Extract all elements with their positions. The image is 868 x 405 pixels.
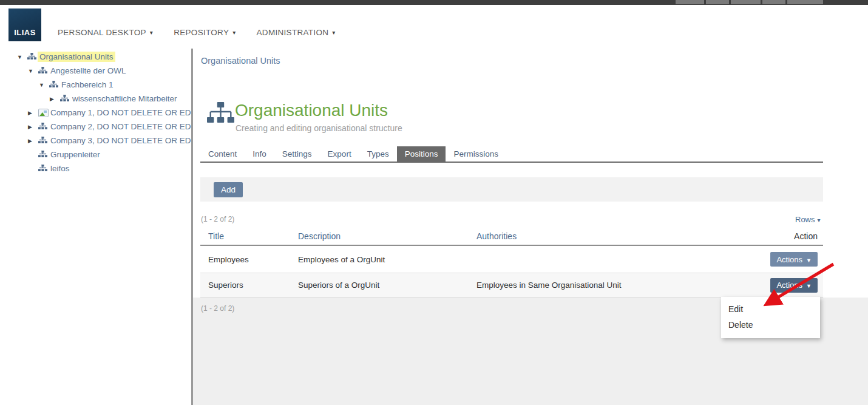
tab-info[interactable]: Info [245, 146, 274, 162]
collapse-icon[interactable]: ▼ [39, 82, 49, 88]
expand-icon[interactable]: ▶ [28, 138, 38, 144]
column-header-title[interactable]: Title [200, 231, 298, 241]
cell-action: Actions▼ [714, 278, 823, 293]
menu-item-label: PERSONAL DESKTOP [58, 28, 146, 37]
cell-action: Actions▼ [714, 252, 823, 267]
tree-item[interactable]: ▶Company 2, DO NOT DELETE OR EDIT!!! [0, 120, 191, 134]
ilias-admin-page: ILIAS PERSONAL DESKTOP▾REPOSITORY▾ADMINI… [0, 0, 868, 405]
actions-dropdown-menu: EditDelete [721, 297, 820, 338]
tree-item[interactable]: ▶Company 1, DO NOT DELETE OR EDIT!!! [0, 106, 191, 120]
breadcrumb[interactable]: Organisational Units [201, 56, 280, 66]
menu-item-label: REPOSITORY [174, 28, 229, 37]
column-header-label: Description [298, 231, 341, 241]
menu-item-delete[interactable]: Delete [721, 317, 820, 333]
chevron-down-icon: ▾ [818, 217, 821, 223]
tree-item[interactable]: ▶Company 3, DO NOT DELETE OR EDIT!!! [0, 134, 191, 148]
browser-tab-fragment [787, 0, 823, 4]
orgunit-icon [38, 165, 49, 172]
tree-item-label: Gruppenleiter [49, 149, 102, 160]
orgunit-header-icon [207, 102, 234, 128]
tree-item[interactable]: leifos [0, 162, 191, 175]
actions-button[interactable]: Actions▼ [770, 278, 818, 293]
tree-item-label: leifos [49, 163, 72, 174]
tree-item-label: Fachbereich 1 [59, 80, 115, 90]
tree-item[interactable]: ▼Angestellte der OWL [0, 64, 191, 78]
orgunit-icon [60, 95, 70, 103]
rows-label: Rows [795, 215, 815, 224]
tree-item[interactable]: ▶wissenschaftliche Mitarbeiter [0, 92, 191, 106]
expand-icon[interactable]: ▶ [50, 96, 60, 102]
table-row: SuperiorsSuperiors of a OrgUnitEmployees… [200, 273, 823, 298]
column-header-label: Authorities [476, 231, 517, 241]
orgunit-icon [27, 53, 38, 61]
orgunit-icon [38, 123, 49, 131]
tree-item[interactable]: ▼Fachbereich 1 [0, 78, 191, 92]
tab-types[interactable]: Types [359, 146, 397, 162]
org-tree: ▼Organisational Units▼Angestellte der OW… [0, 50, 191, 175]
column-header-authorities[interactable]: Authorities [476, 231, 714, 241]
page-subtitle: Creating and editing organisational stru… [236, 123, 402, 133]
orgunit-icon [38, 137, 49, 145]
menu-item-administration[interactable]: ADMINISTRATION▾ [257, 28, 336, 37]
tab-bar: ContentInfoSettingsExportTypesPositionsP… [200, 146, 823, 163]
cell-title: Superiors [200, 281, 298, 290]
cell-description: Employees of a OrgUnit [298, 255, 476, 264]
expand-icon[interactable]: ▶ [28, 110, 38, 116]
browser-top-strip [0, 0, 868, 5]
rows-per-page-dropdown[interactable]: Rows▾ [795, 215, 821, 224]
orgunit-icon [38, 67, 49, 75]
cell-authorities: Employees in Same Organisational Unit [476, 281, 714, 290]
tab-content[interactable]: Content [200, 146, 245, 162]
menu-item-repository[interactable]: REPOSITORY▾ [174, 28, 236, 37]
expand-icon[interactable]: ▶ [28, 124, 38, 130]
orgunit-icon [49, 81, 59, 89]
browser-tab-fragment [762, 0, 785, 4]
chevron-down-icon: ▼ [806, 283, 812, 289]
result-counter-bottom: (1 - 2 of 2) [201, 304, 234, 313]
table-header-row: TitleDescriptionAuthoritiesAction [200, 228, 823, 246]
tree-item-label: Organisational Units [38, 52, 115, 62]
chevron-down-icon: ▼ [806, 257, 812, 264]
cell-description: Superiors of a OrgUnit [298, 281, 476, 290]
actions-button-label: Actions [776, 281, 802, 290]
image-icon [38, 109, 49, 117]
collapse-icon[interactable]: ▼ [17, 54, 27, 60]
chevron-down-icon: ▾ [150, 29, 153, 36]
result-counter-top: (1 - 2 of 2) [201, 215, 234, 223]
page-title: Organisational Units [235, 101, 388, 120]
tab-permissions[interactable]: Permissions [446, 146, 506, 162]
tree-item-label: Company 3, DO NOT DELETE OR EDIT!!! [49, 135, 191, 146]
orgunit-icon [38, 151, 49, 158]
main-menu: PERSONAL DESKTOP▾REPOSITORY▾ADMINISTRATI… [58, 28, 336, 37]
collapse-icon[interactable]: ▼ [28, 68, 38, 74]
positions-table: TitleDescriptionAuthoritiesAction Employ… [200, 228, 823, 298]
column-header-description[interactable]: Description [298, 231, 476, 241]
tab-settings[interactable]: Settings [274, 146, 320, 162]
tree-item[interactable]: ▼Organisational Units [0, 50, 191, 64]
actions-button-label: Actions [776, 255, 802, 264]
chevron-down-icon: ▾ [232, 29, 236, 36]
actions-button[interactable]: Actions▼ [770, 252, 818, 267]
browser-tab-fragment [676, 0, 704, 4]
column-header-label: Action [794, 231, 818, 241]
chevron-down-icon: ▾ [332, 29, 335, 36]
tree-item-label: wissenschaftliche Mitarbeiter [70, 94, 179, 104]
browser-tab-fragment [731, 0, 761, 4]
column-header-label: Title [208, 231, 224, 241]
ilias-logo[interactable]: ILIAS [8, 9, 41, 41]
menu-item-personal-desktop[interactable]: PERSONAL DESKTOP▾ [58, 28, 153, 37]
table-row: EmployeesEmployees of a OrgUnitActions▼ [200, 246, 823, 273]
column-header-action: Action [714, 231, 823, 241]
menu-item-label: ADMINISTRATION [257, 28, 329, 37]
menu-item-edit[interactable]: Edit [721, 301, 820, 317]
tree-item-label: Angestellte der OWL [49, 66, 128, 76]
tree-item-label: Company 1, DO NOT DELETE OR EDIT!!! [49, 107, 191, 118]
add-button[interactable]: Add [214, 182, 243, 197]
browser-tab-fragment [706, 0, 729, 4]
tab-positions[interactable]: Positions [397, 146, 446, 162]
toolbar: Add [200, 177, 823, 202]
cell-title: Employees [200, 255, 298, 264]
tab-export[interactable]: Export [320, 146, 359, 162]
tree-item[interactable]: Gruppenleiter [0, 148, 191, 162]
tree-item-label: Company 2, DO NOT DELETE OR EDIT!!! [49, 121, 191, 132]
